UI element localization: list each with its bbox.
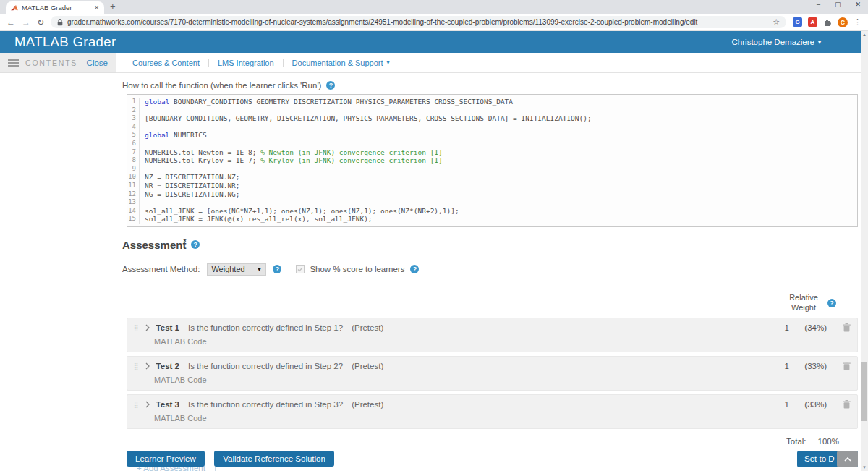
menu-icon[interactable]	[8, 58, 19, 68]
code-text: NR = DISCRETIZATION.NR;	[145, 182, 240, 190]
code-line: 14sol_all_JFNK = [ones(NG*NZ+1,1); ones(…	[127, 207, 857, 216]
window-minimize-button[interactable]: –	[817, 1, 820, 8]
code-line: 12NG = DISCRETIZATION.NG;	[127, 190, 857, 199]
trash-icon[interactable]	[843, 400, 851, 409]
help-icon[interactable]: ?	[326, 81, 335, 90]
nav-lms-integration[interactable]: LMS Integration	[208, 59, 283, 67]
test-description: Is the function correctly defined in Ste…	[188, 400, 343, 409]
learner-preview-button[interactable]: Learner Preview	[127, 451, 205, 467]
sidebar-close-button[interactable]: Close	[87, 59, 108, 67]
browser-tab[interactable]: MATLAB Grader ✕	[6, 1, 104, 14]
padlock-icon[interactable]	[57, 19, 63, 26]
code-line: 11NR = DISCRETIZATION.NR;	[127, 182, 857, 190]
chevron-right-icon[interactable]	[145, 362, 150, 370]
test-weight[interactable]: 1	[770, 362, 789, 370]
adobe-acrobat-extension-icon[interactable]: A	[808, 17, 817, 27]
test-weight-percent: (33%)	[795, 400, 827, 409]
line-number: 14	[127, 207, 140, 216]
trash-icon[interactable]	[843, 323, 851, 332]
puzzle-extensions-icon[interactable]	[823, 18, 832, 27]
line-number: 13	[127, 198, 140, 207]
scroll-to-top-button[interactable]	[837, 451, 858, 467]
chevron-right-icon[interactable]	[145, 401, 150, 408]
chevron-right-icon[interactable]	[145, 324, 150, 331]
code-text	[145, 140, 149, 148]
code-text: sol_all_JFNK = JFNK(@(x) res_all_rel(x),…	[145, 215, 373, 224]
test-weight-percent: (34%)	[795, 323, 827, 332]
page-scrollbar[interactable]: ▲ ▼	[861, 31, 868, 471]
code-text: global NUMERICS	[145, 131, 207, 140]
code-line: 15sol_all_JFNK = JFNK(@(x) res_all_rel(x…	[127, 215, 857, 224]
assessment-method-select[interactable]: Weighted ▼	[207, 263, 266, 276]
tab-close-icon[interactable]: ✕	[94, 4, 99, 11]
drag-handle-icon[interactable]: ⣿	[134, 363, 139, 370]
trash-icon[interactable]	[843, 362, 851, 370]
assessment-title: Assessment* ?	[122, 238, 858, 251]
help-icon[interactable]: ?	[827, 299, 836, 307]
test-list: ⣿Test 1Is the function correctly defined…	[122, 318, 858, 429]
scrollbar-down-icon[interactable]: ▼	[861, 465, 868, 470]
scrollbar-thumb[interactable]	[861, 362, 867, 421]
code-line: 5global NUMERICS	[127, 131, 857, 140]
code-text: NUMERICS.tol_Krylov = 1E-7; % Krylov (in…	[145, 156, 443, 165]
code-line: 8NUMERICS.tol_Krylov = 1E-7; % Krylov (i…	[127, 156, 857, 165]
back-icon[interactable]: ←	[7, 17, 15, 27]
test-weight-percent: (33%)	[795, 362, 827, 370]
line-number: 11	[127, 182, 140, 190]
test-weight[interactable]: 1	[770, 400, 789, 409]
code-line: 10NZ = DISCRETIZATION.NZ;	[127, 173, 857, 182]
extension-icon-blue[interactable]: G	[793, 17, 802, 27]
line-number: 2	[127, 106, 140, 115]
test-pretest-tag: (Pretest)	[352, 362, 383, 370]
code-line: 3[BOUNDARY_CONDITIONS, GEOMETRY, DISCRET…	[127, 114, 857, 123]
user-menu[interactable]: Christophe Demaziere ▾	[732, 38, 821, 46]
browser-window: MATLAB Grader ✕ + – ▢ ✕ ← → ↻ grader.mat…	[0, 0, 868, 471]
scrollbar-up-icon[interactable]: ▲	[861, 33, 868, 37]
code-text: [BOUNDARY_CONDITIONS, GEOMETRY, DISCRETI…	[145, 114, 592, 123]
line-number: 4	[127, 123, 140, 132]
line-number: 7	[127, 148, 140, 157]
app-nav: Courses & Content LMS Integration Docume…	[116, 53, 868, 73]
test-type: MATLAB Code	[154, 375, 851, 384]
bookmark-star-icon[interactable]: ☆	[773, 17, 780, 27]
test-pretest-tag: (Pretest)	[352, 400, 383, 409]
test-weight[interactable]: 1	[770, 323, 789, 332]
assessment-test-row[interactable]: ⣿Test 2Is the function correctly defined…	[127, 356, 858, 391]
validate-reference-solution-button[interactable]: Validate Reference Solution	[214, 451, 334, 467]
assessment-test-row[interactable]: ⣿Test 1Is the function correctly defined…	[127, 318, 858, 352]
code-editor[interactable]: 1global BOUNDARY_CONDITIONS GEOMETRY DIS…	[127, 94, 858, 227]
code-text	[145, 106, 149, 115]
code-text	[145, 198, 149, 207]
help-icon[interactable]: ?	[191, 240, 200, 249]
nav-courses-content[interactable]: Courses & Content	[124, 59, 208, 67]
test-name: Test 1	[156, 323, 179, 332]
refresh-icon[interactable]: ↻	[37, 17, 44, 27]
help-icon[interactable]: ?	[273, 265, 281, 273]
new-tab-button[interactable]: +	[110, 1, 116, 12]
drag-handle-icon[interactable]: ⣿	[134, 325, 139, 331]
code-line: 13	[127, 198, 857, 207]
code-text	[145, 165, 149, 174]
chevron-down-icon: ▾	[387, 59, 390, 66]
browser-menu-icon[interactable]: ⋮	[854, 17, 861, 27]
window-maximize-button[interactable]: ▢	[835, 1, 841, 8]
line-number: 5	[127, 131, 140, 140]
total-label: Total:	[786, 437, 807, 446]
show-score-checkbox[interactable]	[296, 265, 305, 273]
window-close-button[interactable]: ✕	[855, 1, 861, 8]
code-text: sol_all_JFNK = [ones(NG*NZ+1,1); ones(NZ…	[145, 207, 459, 216]
forward-icon: →	[22, 17, 30, 27]
help-icon[interactable]: ?	[410, 265, 419, 273]
url-bar[interactable]: grader.mathworks.com/courses/7170-determ…	[51, 16, 786, 28]
line-number: 12	[127, 190, 140, 199]
url-text[interactable]: grader.mathworks.com/courses/7170-determ…	[67, 18, 768, 26]
test-description: Is the function correctly defined in Ste…	[188, 323, 343, 332]
drag-handle-icon[interactable]: ⣿	[134, 402, 139, 408]
assessment-method-value: Weighted	[211, 265, 244, 273]
code-text: NG = DISCRETIZATION.NG;	[145, 190, 240, 199]
code-line: 6	[127, 140, 857, 148]
browser-profile-avatar[interactable]: C	[838, 17, 848, 27]
contents-sidebar-header: CONTENTS Close	[0, 53, 116, 73]
assessment-test-row[interactable]: ⣿Test 3Is the function correctly defined…	[127, 394, 858, 429]
nav-documentation-support[interactable]: Documentation & Support▾	[283, 59, 399, 67]
